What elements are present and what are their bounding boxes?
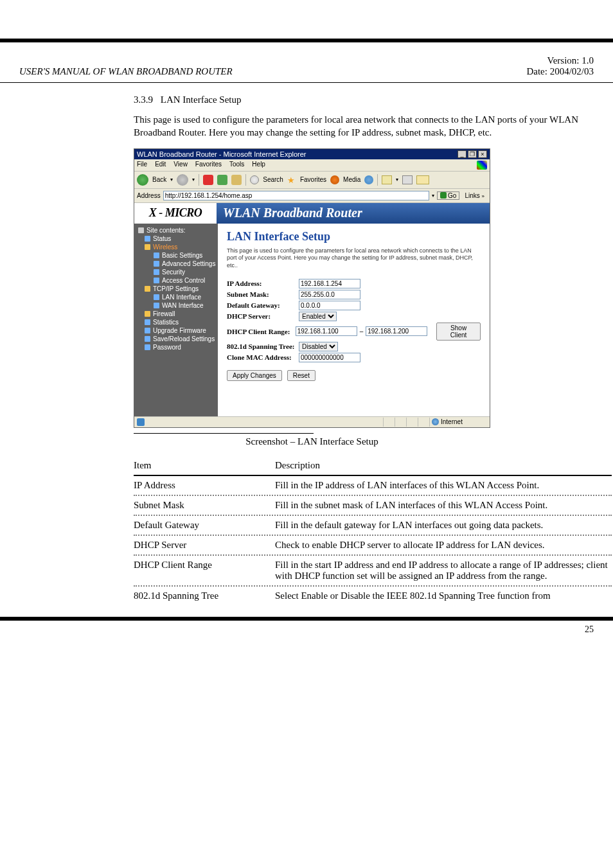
back-icon[interactable] <box>137 174 148 186</box>
sidebar-item-statistics[interactable]: Statistics <box>136 318 217 326</box>
refresh-icon[interactable] <box>217 175 227 185</box>
header-right: Version: 1.0 Date: 2004/02/03 <box>526 55 594 77</box>
default-gateway-input[interactable] <box>299 301 360 310</box>
forward-icon[interactable] <box>177 174 188 186</box>
favorites-icon[interactable]: ★ <box>287 175 296 184</box>
dhcp-range-end-input[interactable] <box>366 326 427 336</box>
go-arrow-icon <box>440 192 447 199</box>
table-row: 802.1d Spanning Tree Select Enable or Di… <box>134 587 612 605</box>
toolbar: Back ▾ ▾ Search ★ Favorites Media ▾ <box>134 172 490 189</box>
media-label[interactable]: Media <box>343 176 360 183</box>
row-spanning-tree: 802.1d Spanning Tree: Disabled <box>227 342 481 351</box>
row-dhcp-range: DHCP Client Range: – Show Client <box>227 323 481 341</box>
button-row: Apply Changes Reset <box>227 370 481 381</box>
sidebar-item-firewall[interactable]: Firewall <box>136 310 217 318</box>
row-dhcp-server: DHCP Server: Enabled <box>227 312 481 321</box>
back-label[interactable]: Back <box>152 176 166 183</box>
menu-edit[interactable]: Edit <box>155 161 166 170</box>
main-description: This page is used to configure the param… <box>227 247 481 270</box>
page-header: USER'S MANUAL OF WLAN BROADBAND ROUTER V… <box>0 42 613 82</box>
apply-changes-button[interactable]: Apply Changes <box>227 370 282 381</box>
address-bar: Address ▾ Go Links » <box>134 189 490 203</box>
row-ip-address: IP Address: <box>227 279 481 288</box>
router-banner-title: WLAN Broadband Router <box>217 203 490 224</box>
minimize-button[interactable]: _ <box>458 150 466 158</box>
maximize-button[interactable]: ❐ <box>468 150 477 158</box>
menu-tools[interactable]: Tools <box>229 161 244 170</box>
ip-address-input[interactable] <box>299 279 360 288</box>
sidebar-item-wireless[interactable]: Wireless <box>136 243 217 251</box>
internet-zone-label: Internet <box>441 418 463 425</box>
ie-icon <box>137 418 145 426</box>
page-icon <box>145 319 150 325</box>
page-icon <box>145 336 150 342</box>
main-heading: LAN Interface Setup <box>227 230 481 244</box>
go-button[interactable]: Go <box>437 191 459 200</box>
search-label[interactable]: Search <box>263 176 283 183</box>
reset-button[interactable]: Reset <box>287 370 315 381</box>
address-input[interactable] <box>163 191 429 200</box>
row-subnet: Subnet Mask: <box>227 290 481 299</box>
sidebar-item-wan-interface[interactable]: WAN Interface <box>136 301 217 310</box>
window-controls: _ ❐ × <box>458 150 487 158</box>
spanning-tree-label: 802.1d Spanning Tree: <box>227 342 299 350</box>
sidebar-item-security[interactable]: Security <box>136 268 217 276</box>
menu-file[interactable]: File <box>137 161 147 170</box>
page-icon <box>154 303 159 308</box>
mail-icon[interactable] <box>382 175 392 184</box>
sidebar-item-password[interactable]: Password <box>136 343 217 351</box>
media-icon[interactable] <box>330 175 339 184</box>
go-label: Go <box>448 192 456 199</box>
sidebar-item-basic-settings[interactable]: Basic Settings <box>136 251 217 260</box>
sidebar-item-save-reload[interactable]: Save/Reload Settings <box>136 335 217 343</box>
clone-mac-label: Clone MAC Address: <box>227 353 299 361</box>
dhcp-server-select[interactable]: Enabled <box>299 312 337 321</box>
sidebar: Site contents: Status Wireless Basic Set… <box>134 224 218 416</box>
table-row: IP Address Fill in the IP address of LAN… <box>134 476 612 496</box>
sidebar-item-access-control[interactable]: Access Control <box>136 276 217 285</box>
sidebar-item-lan-interface[interactable]: LAN Interface <box>136 293 217 301</box>
menu-view[interactable]: View <box>173 161 188 170</box>
show-client-button[interactable]: Show Client <box>436 323 481 341</box>
section-heading: 3.3.9 LAN Interface Setup <box>0 83 613 111</box>
folder-icon <box>145 311 150 317</box>
header-date: Date: 2004/02/03 <box>526 66 594 76</box>
spanning-tree-select[interactable]: Disabled <box>299 342 338 351</box>
sidebar-item-upgrade-firmware[interactable]: Upgrade Firmware <box>136 326 217 335</box>
print-icon[interactable] <box>402 175 413 184</box>
windows-logo-icon <box>477 161 487 170</box>
col-item: Item <box>134 460 275 471</box>
page-icon <box>154 278 159 283</box>
home-icon[interactable] <box>231 175 242 185</box>
table-header: Item Description <box>134 456 612 476</box>
subnet-mask-input[interactable] <box>299 290 360 299</box>
ip-address-label: IP Address: <box>227 279 299 287</box>
close-button[interactable]: × <box>478 150 487 158</box>
menu-favorites[interactable]: Favorites <box>195 161 222 170</box>
range-separator: – <box>357 328 366 335</box>
search-icon[interactable] <box>250 175 259 184</box>
row-clone-mac: Clone MAC Address: <box>227 353 481 362</box>
header-left: USER'S MANUAL OF WLAN BROADBAND ROUTER <box>19 66 233 77</box>
dhcp-range-start-input[interactable] <box>296 326 357 336</box>
page-number: 25 <box>0 621 613 635</box>
sidebar-item-advanced-settings[interactable]: Advanced Settings <box>136 260 217 268</box>
clone-mac-input[interactable] <box>299 353 360 362</box>
page-icon <box>145 328 150 333</box>
history-icon[interactable] <box>364 175 373 184</box>
table-row: Subnet Mask Fill in the subnet mask of L… <box>134 496 612 516</box>
dhcp-range-label: DHCP Client Range: <box>227 328 296 335</box>
discuss-icon[interactable] <box>416 175 429 184</box>
page-icon <box>154 252 159 258</box>
folder-icon <box>145 244 150 250</box>
stop-icon[interactable] <box>203 175 213 185</box>
sidebar-item-tcpip[interactable]: TCP/IP Settings <box>136 285 217 293</box>
folder-icon <box>145 286 150 292</box>
sidebar-item-status[interactable]: Status <box>136 235 217 243</box>
menu-help[interactable]: Help <box>252 161 265 170</box>
router-logo: X - MICRO <box>134 203 217 224</box>
links-label[interactable]: Links » <box>462 192 487 199</box>
section-number: 3.3.9 <box>134 94 153 105</box>
sidebar-root: Site contents: <box>136 226 217 235</box>
favorites-label[interactable]: Favorites <box>300 176 326 183</box>
